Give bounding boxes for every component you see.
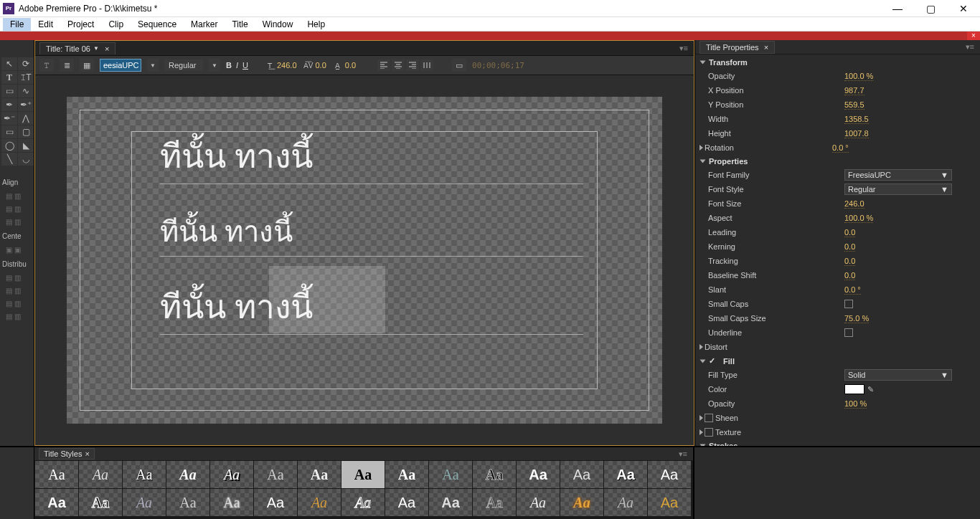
distort-label[interactable]: Distort — [705, 343, 832, 351]
menu-help[interactable]: Help — [300, 18, 332, 31]
font-family-combo[interactable]: FreesiaUPC▼ — [844, 169, 952, 181]
style-swatch[interactable]: Aa — [123, 489, 166, 516]
maximize-button[interactable]: ▢ — [914, 1, 947, 16]
align-row[interactable]: ▤ ▥ — [0, 215, 34, 228]
alert-close-button[interactable]: × — [967, 32, 980, 40]
style-swatch[interactable]: Aa — [35, 461, 78, 488]
style-swatch[interactable]: Aa — [604, 489, 647, 516]
delete-anchor-tool-icon[interactable]: ✒⁻ — [1, 112, 17, 125]
show-video-icon[interactable]: ▭ — [452, 59, 466, 72]
section-strokes[interactable]: Strokes — [709, 442, 738, 446]
title-properties-tab[interactable]: Title Properties × — [699, 41, 775, 54]
style-swatch[interactable]: Aa — [560, 461, 603, 488]
panel-menu-icon[interactable]: ▾≡ — [966, 42, 980, 52]
style-swatch[interactable]: Aa — [341, 489, 385, 516]
distribute-row[interactable]: ▤ ▥ — [0, 297, 34, 310]
align-right-icon[interactable] — [406, 59, 419, 71]
section-properties[interactable]: Properties — [709, 157, 748, 166]
chevron-down-icon[interactable]: ▼ — [93, 45, 99, 52]
selection-tool-icon[interactable]: ↖ — [1, 57, 17, 70]
panel-menu-icon[interactable]: ▾≡ — [679, 44, 694, 53]
small-caps-size-value[interactable]: 75.0 % — [844, 314, 869, 323]
title-text-line[interactable]: ทีนั้น ทางนี้ — [160, 130, 583, 184]
add-anchor-tool-icon[interactable]: ✒⁺ — [18, 98, 34, 111]
eyedropper-icon[interactable]: ✎ — [867, 385, 874, 394]
line-tool-icon[interactable]: ╲ — [1, 153, 17, 166]
font-family-input[interactable]: eesiaUPC — [100, 59, 141, 72]
pen-tool-icon[interactable]: ✒ — [1, 98, 17, 111]
minimize-button[interactable]: — — [881, 1, 914, 16]
baseline-value[interactable]: 0.0 — [844, 271, 855, 280]
menu-marker[interactable]: Marker — [184, 18, 225, 31]
menu-clip[interactable]: Clip — [101, 18, 131, 31]
font-style-input[interactable]: Regular — [164, 59, 203, 71]
distribute-row[interactable]: ▤ ▥ — [0, 284, 34, 297]
style-swatch[interactable]: Aa — [166, 461, 209, 488]
style-swatch[interactable]: Aa — [604, 461, 647, 488]
opacity-value[interactable]: 100.0 % — [844, 72, 873, 81]
kerning-value[interactable]: 0.0 — [316, 61, 326, 70]
section-transform[interactable]: Transform — [709, 58, 748, 67]
area-type-tool-icon[interactable]: ▭ — [1, 85, 17, 97]
titler-canvas[interactable]: ทีนั้น ทางนี้ ทีนั้น ทางนี้ ทีนั้น ทางนี… — [35, 75, 694, 445]
style-swatch[interactable]: Aa — [517, 489, 560, 516]
tab-close-icon[interactable]: × — [105, 44, 109, 53]
font-family-dropdown-icon[interactable]: ▼ — [147, 59, 159, 72]
width-value[interactable]: 1358.5 — [844, 115, 869, 124]
style-swatch[interactable]: Aa — [429, 489, 472, 516]
bold-button[interactable]: B — [226, 61, 232, 70]
tab-close-icon[interactable]: × — [764, 43, 768, 52]
style-swatch[interactable]: Aa — [648, 489, 691, 516]
style-swatch[interactable]: Aa — [166, 489, 209, 516]
rotation-value[interactable]: 0.0 ° — [832, 143, 849, 153]
align-left-icon[interactable] — [377, 59, 390, 71]
rectangle-tool-icon[interactable]: ▭ — [1, 125, 17, 138]
wedge-tool-icon[interactable]: ◣ — [18, 139, 34, 152]
timecode[interactable]: 00;00;06;17 — [472, 61, 524, 70]
style-swatch[interactable]: Aa — [560, 489, 603, 516]
style-swatch[interactable]: Aa — [385, 461, 428, 488]
xposition-value[interactable]: 987.7 — [844, 86, 864, 95]
fill-type-combo[interactable]: Solid▼ — [844, 369, 952, 381]
section-fill[interactable]: Fill — [723, 357, 735, 366]
font-size-value[interactable]: 246.0 — [277, 61, 297, 70]
distribute-row[interactable]: ▤ ▥ — [0, 310, 34, 323]
menu-edit[interactable]: Edit — [31, 18, 60, 31]
texture-checkbox[interactable] — [705, 428, 713, 437]
roll-crawl-icon[interactable]: ≣ — [60, 59, 74, 72]
close-button[interactable]: ✕ — [947, 1, 980, 16]
italic-button[interactable]: I — [236, 61, 238, 70]
slant-value[interactable]: 0.0 ° — [844, 285, 861, 295]
style-swatch[interactable]: Aa — [429, 461, 472, 488]
style-swatch[interactable]: Aa — [79, 461, 122, 488]
rotate-tool-icon[interactable]: ⟳ — [18, 57, 34, 70]
leading-value[interactable]: 0.0 — [844, 228, 855, 237]
style-swatch[interactable]: Aa — [298, 461, 341, 488]
font-style-dropdown-icon[interactable]: ▼ — [209, 59, 220, 72]
menu-sequence[interactable]: Sequence — [131, 18, 184, 31]
style-swatch[interactable]: Aa — [341, 461, 385, 488]
ellipse-tool-icon[interactable]: ◯ — [1, 139, 17, 152]
aspect-value[interactable]: 100.0 % — [844, 214, 873, 223]
menu-title[interactable]: Title — [225, 18, 255, 31]
type-tool-icon[interactable]: T — [1, 71, 17, 84]
panel-menu-icon[interactable]: ▾≡ — [679, 449, 693, 459]
align-center-icon[interactable] — [392, 59, 405, 71]
align-row[interactable]: ▤ ▥ — [0, 189, 34, 202]
arc-tool-icon[interactable]: ◡ — [18, 153, 34, 166]
yposition-value[interactable]: 559.5 — [844, 100, 864, 110]
style-swatch[interactable]: Aa — [473, 489, 516, 516]
fill-color-swatch[interactable] — [844, 384, 864, 394]
fill-opacity-value[interactable]: 100 % — [844, 399, 867, 409]
style-swatch[interactable]: Aa — [210, 461, 253, 488]
vertical-type-tool-icon[interactable]: 𝙸T — [18, 71, 34, 84]
path-type-tool-icon[interactable]: ∿ — [18, 85, 34, 97]
height-value[interactable]: 1007.8 — [844, 129, 869, 138]
align-row[interactable]: ▤ ▥ — [0, 202, 34, 215]
style-swatch[interactable]: Aa — [517, 461, 560, 488]
fill-checkbox[interactable]: ✓ — [709, 356, 715, 366]
tracking-value[interactable]: 0.0 — [844, 257, 855, 266]
menu-window[interactable]: Window — [255, 18, 301, 31]
style-swatch[interactable]: Aa — [79, 489, 122, 516]
distribute-row[interactable]: ▤ ▥ — [0, 271, 34, 284]
